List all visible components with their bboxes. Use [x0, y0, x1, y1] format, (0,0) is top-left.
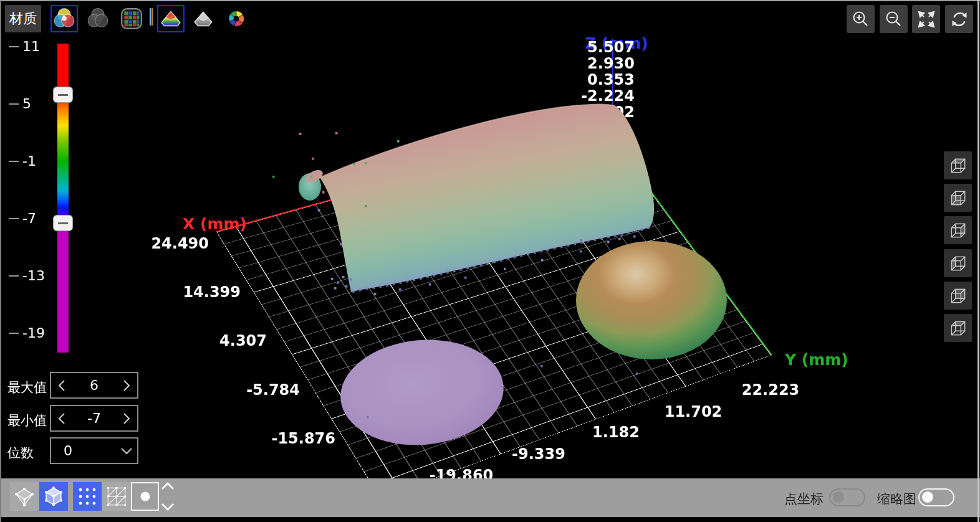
view-cube-icon: [948, 188, 968, 208]
view-cube-icon: [948, 318, 968, 338]
window-border-left: [0, 0, 1, 522]
colorbar-tick-dash: [9, 275, 19, 277]
chevron-up-icon[interactable]: [160, 481, 175, 491]
max-value-label: 最大值: [7, 379, 47, 396]
solid-cube-view-button[interactable]: [39, 482, 68, 511]
gray-blend-mode-button[interactable]: [84, 5, 112, 32]
colorbar-max-handle[interactable]: [53, 87, 73, 103]
digits-dropdown[interactable]: 0: [50, 437, 138, 464]
refresh-icon: [948, 8, 971, 31]
colorbar-tick-label: 11: [22, 40, 40, 54]
point-dot-icon: [139, 490, 151, 503]
min-increment-button[interactable]: [116, 412, 137, 425]
dots-grid-icon: [74, 483, 100, 510]
x-tick: 14.399: [172, 283, 241, 301]
point-size-stepper: [160, 481, 176, 512]
chevron-right-icon: [122, 379, 131, 392]
x-tick: 4.307: [198, 332, 267, 349]
view-cube-icon: [948, 156, 968, 176]
view-cube-button-1[interactable]: [944, 151, 972, 179]
view-cube-icon: [948, 221, 968, 240]
material-panel-label: 材质: [5, 5, 41, 32]
view-cube-button-2[interactable]: [944, 184, 972, 212]
chevron-down-icon[interactable]: [160, 502, 175, 512]
gray-surface-mode-button[interactable]: [190, 5, 217, 32]
thumbnail-toggle[interactable]: [918, 488, 954, 506]
bayer-pattern-mode-button[interactable]: [118, 5, 145, 32]
view-cube-button-3[interactable]: [944, 216, 972, 244]
view-cube-button-5[interactable]: [944, 282, 972, 310]
min-value-field[interactable]: -7: [72, 410, 116, 426]
color-wheel-mode-button[interactable]: [223, 5, 250, 32]
window-border-top: [0, 0, 980, 1]
max-decrement-button[interactable]: [51, 379, 72, 392]
rainbow-colormap-button[interactable]: [157, 5, 185, 32]
x-tick: -5.784: [231, 381, 300, 399]
view-cube-icon: [948, 254, 968, 273]
disc-shape: [336, 333, 508, 452]
reset-view-button[interactable]: [945, 5, 973, 33]
point-coordinates-toggle[interactable]: [829, 488, 865, 506]
colorbar-tick-dash: [9, 218, 19, 219]
color-wheel-icon: [224, 7, 248, 31]
chevron-right-icon: [122, 412, 131, 425]
point-cloud-shapes: [0, 0, 980, 522]
chevron-down-icon: [116, 447, 137, 455]
min-decrement-button[interactable]: [51, 412, 72, 425]
min-value-label: 最小值: [7, 412, 47, 429]
colorbar-tick-dash: [9, 103, 19, 105]
zoom-out-icon: [883, 8, 905, 31]
zoom-in-button[interactable]: [847, 5, 875, 33]
toolbar-separator: [150, 8, 153, 26]
colorbar-tick-dash: [9, 46, 19, 47]
digits-label: 位数: [7, 444, 34, 462]
colorbar-tick-label: 5: [22, 97, 31, 111]
digits-value: 0: [51, 443, 116, 458]
point-cloud-view-button[interactable]: [10, 482, 39, 511]
min-value-stepper: -7: [50, 405, 138, 432]
colorbar-tick-label: -13: [22, 269, 45, 283]
zoom-out-button[interactable]: [880, 5, 908, 33]
gray-venn-icon: [86, 7, 110, 31]
colorbar-tick-label: -7: [22, 212, 36, 225]
colorbar-tick-dash: [9, 161, 19, 162]
chevron-left-icon: [57, 412, 66, 425]
dome-shape: [576, 241, 727, 359]
max-increment-button[interactable]: [116, 379, 137, 392]
window-bottom-strip: [0, 517, 980, 522]
x-tick: 24.490: [140, 235, 209, 252]
bottom-toolbar: 点坐标 缩略图: [0, 478, 980, 517]
expand-arrows-icon: [915, 8, 938, 31]
gray-pyramid-icon: [191, 7, 215, 31]
point-cloud-cube-icon: [11, 483, 37, 510]
colorbar-tick-label: -1: [22, 154, 36, 168]
thumbnail-label: 缩略图: [877, 490, 916, 508]
max-value-stepper: 6: [50, 372, 138, 399]
bayer-pattern-icon: [120, 7, 143, 31]
app-window: Z (mm) 5.507 2.930 0.353 -2.224 -4.802: [0, 0, 980, 522]
colorbar-min-handle[interactable]: [53, 215, 73, 231]
max-value-field[interactable]: 6: [72, 377, 116, 393]
scene-3d-viewport[interactable]: Z (mm) 5.507 2.930 0.353 -2.224 -4.802: [0, 0, 980, 522]
zoom-in-icon: [850, 8, 872, 31]
view-cube-button-6[interactable]: [944, 314, 972, 342]
fit-view-button[interactable]: [912, 5, 940, 33]
point-coordinates-label: 点坐标: [784, 490, 824, 508]
mesh-display-button[interactable]: [102, 482, 131, 511]
colorbar-tick-dash: [9, 333, 19, 334]
point-size-display[interactable]: [131, 482, 159, 511]
x-tick: -15.876: [267, 430, 335, 447]
rgb-venn-icon: [52, 7, 76, 31]
dots-display-button[interactable]: [73, 482, 102, 511]
rgb-color-mode-button[interactable]: [50, 5, 78, 32]
chevron-left-icon: [57, 379, 66, 392]
y-tick: 1.182: [569, 424, 663, 441]
toggle-knob: [833, 491, 844, 503]
solid-cube-icon: [41, 483, 67, 510]
window-border-right[interactable]: [978, 0, 979, 522]
rainbow-pyramid-icon: [159, 7, 183, 31]
toggle-knob: [922, 491, 933, 503]
y-tick: 22.223: [724, 381, 817, 399]
y-tick: 11.702: [646, 403, 740, 420]
view-cube-button-4[interactable]: [944, 249, 972, 277]
